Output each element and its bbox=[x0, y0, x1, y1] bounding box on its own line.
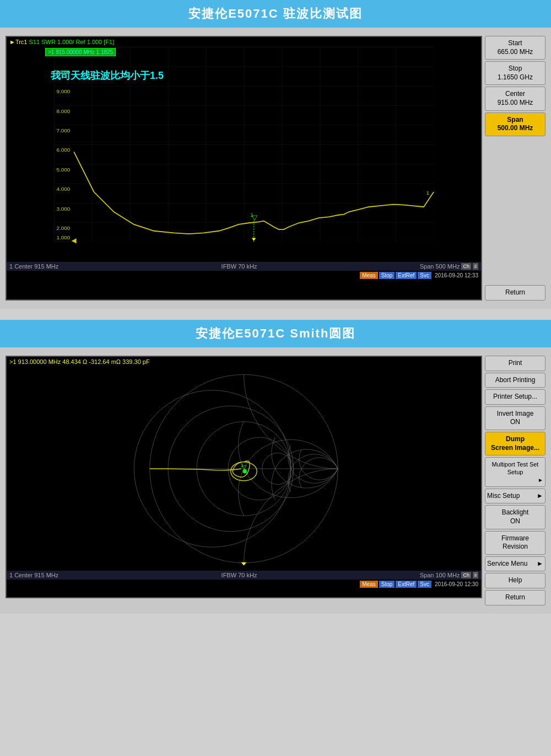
btn-service-label: Service Menu bbox=[487, 560, 527, 569]
chart1-header: ►Trc1 S11 SWR 1.000/ Ref 1.000 [F1] bbox=[7, 37, 481, 47]
btn-stop-value: 1.1650 GHz bbox=[487, 73, 543, 82]
svg-text:2.000: 2.000 bbox=[56, 225, 70, 231]
footer2-center: IFBW 70 kHz bbox=[222, 572, 257, 578]
btn-print[interactable]: Print bbox=[485, 356, 545, 371]
ii-badge2: ii bbox=[473, 572, 478, 578]
arrow-misc: ► bbox=[537, 492, 543, 501]
btn-printer-setup[interactable]: Printer Setup... bbox=[485, 389, 545, 405]
sidebar1: Start 665.00 MHz Stop 1.1650 GHz Center … bbox=[485, 36, 545, 301]
btn-start-label: Start bbox=[487, 39, 543, 48]
status-svc1: Svc bbox=[418, 272, 431, 279]
status-extref1: ExtRef bbox=[396, 272, 417, 279]
btn-multiport-sub: Setup bbox=[487, 468, 543, 476]
status-meas2: Meas bbox=[360, 581, 377, 588]
btn-return2[interactable]: Return bbox=[485, 590, 545, 605]
btn-dump-value: Screen Image... bbox=[487, 444, 543, 453]
btn-multiport-label: Multiport Test Set bbox=[487, 460, 543, 468]
ii-badge: ii bbox=[473, 263, 478, 270]
btn-center-label: Center bbox=[487, 90, 543, 99]
footer2-left: 1 Center 915 MHz bbox=[9, 572, 58, 578]
btn-firmware[interactable]: Firmware Revision bbox=[485, 531, 545, 555]
smith-svg-container: ▽ 1 bbox=[7, 367, 481, 571]
btn-abort-label: Abort Printing bbox=[487, 376, 543, 385]
status-bar1: Meas Stop ExtRef Svc 2016-09-20 12:33 bbox=[7, 271, 481, 280]
btn-dump-label: Dump bbox=[487, 435, 543, 444]
trc-label: ►Trc1 bbox=[9, 39, 27, 45]
annotation-text: 我司天线驻波比均小于1.5 bbox=[51, 69, 164, 82]
svg-text:7.000: 7.000 bbox=[56, 127, 70, 133]
title-smith: 安捷伦E5071C Smith圆图 bbox=[0, 320, 551, 347]
panel2: >1 913.00000 MHz 48.434 Ω -312.64 mΩ 339… bbox=[0, 347, 551, 614]
btn-return2-label: Return bbox=[487, 593, 543, 602]
svg-marker-30 bbox=[241, 562, 246, 566]
marker-label: >1 915.00000 MHz 1.1825 bbox=[45, 48, 116, 56]
status-stop1: Stop bbox=[379, 272, 395, 279]
svg-text:8.000: 8.000 bbox=[56, 108, 70, 114]
svg-text:1: 1 bbox=[426, 190, 430, 196]
time2: 2016-09-20 12:30 bbox=[435, 581, 478, 587]
btn-print-label: Print bbox=[487, 359, 543, 368]
arrow-service: ► bbox=[537, 560, 543, 569]
status-stop2: Stop bbox=[379, 581, 395, 588]
chart2-header: >1 913.00000 MHz 48.434 Ω -312.64 mΩ 339… bbox=[7, 357, 481, 367]
btn-firmware-label: Firmware bbox=[487, 534, 543, 543]
btn-backlight[interactable]: Backlight ON bbox=[485, 505, 545, 529]
btn-misc-label: Misc Setup bbox=[487, 492, 520, 501]
btn-stop[interactable]: Stop 1.1650 GHz bbox=[485, 61, 545, 85]
panel1: ►Trc1 S11 SWR 1.000/ Ref 1.000 [F1] >1 9… bbox=[0, 28, 551, 309]
svg-text:5.000: 5.000 bbox=[56, 167, 70, 173]
footer-right: Span 500 MHz bbox=[420, 263, 460, 270]
btn-multiport[interactable]: Multiport Test Set Setup ► bbox=[485, 457, 545, 487]
chart2-footer: 1 Center 915 MHz IFBW 70 kHz Span 100 MH… bbox=[7, 571, 481, 580]
arrow-multiport: ► bbox=[538, 476, 543, 484]
btn-start[interactable]: Start 665.00 MHz bbox=[485, 36, 545, 60]
svg-text:1: 1 bbox=[241, 462, 244, 468]
btn-help-label: Help bbox=[487, 576, 543, 585]
btn-service-menu[interactable]: Service Menu ► bbox=[485, 556, 545, 572]
svg-text:1: 1 bbox=[250, 212, 253, 218]
btn-stop-label: Stop bbox=[487, 65, 543, 73]
btn-dump-screen[interactable]: Dump Screen Image... bbox=[485, 432, 545, 455]
section2-header: 安捷伦E5071C Smith圆图 bbox=[0, 320, 551, 347]
btn-return1[interactable]: Return bbox=[485, 285, 545, 301]
btn-span[interactable]: Span 500.00 MHz bbox=[485, 112, 545, 136]
btn-span-value: 500.00 MHz bbox=[487, 124, 543, 133]
btn-misc-inner: Misc Setup ► bbox=[487, 492, 543, 501]
footer-left: 1 Center 915 MHz bbox=[9, 263, 58, 270]
smith-marker-label: >1 913.00000 MHz 48.434 Ω -312.64 mΩ 339… bbox=[9, 358, 150, 365]
smith-chart-area: >1 913.00000 MHz 48.434 Ω -312.64 mΩ 339… bbox=[6, 356, 482, 598]
chart1-footer: 1 Center 915 MHz IFBW 70 kHz Span 500 MH… bbox=[7, 262, 481, 271]
swr-chart-area: ►Trc1 S11 SWR 1.000/ Ref 1.000 [F1] >1 9… bbox=[6, 36, 482, 301]
btn-abort-printing[interactable]: Abort Printing bbox=[485, 373, 545, 388]
btn-service-inner: Service Menu ► bbox=[487, 560, 543, 569]
btn-backlight-value: ON bbox=[487, 517, 543, 526]
btn-invert-image[interactable]: Invert Image ON bbox=[485, 406, 545, 430]
btn-printer-setup-label: Printer Setup... bbox=[487, 393, 543, 401]
status-bar2: Meas Stop ExtRef Svc 2016-09-20 12:30 bbox=[7, 580, 481, 589]
btn-backlight-label: Backlight bbox=[487, 508, 543, 517]
status-svc2: Svc bbox=[418, 581, 431, 588]
ch-badge2: Ch bbox=[461, 572, 471, 578]
btn-center-value: 915.00 MHz bbox=[487, 99, 543, 108]
ch-badge: Ch bbox=[461, 263, 471, 270]
svg-text:9.000: 9.000 bbox=[56, 88, 70, 94]
btn-span-label: Span bbox=[487, 116, 543, 125]
footer-center: IFBW 70 kHz bbox=[222, 263, 257, 270]
chart1-info: S11 SWR 1.000/ Ref 1.000 [F1] bbox=[29, 39, 115, 45]
status-meas1: Meas bbox=[360, 272, 377, 279]
section1-header: 安捷伦E5071C 驻波比测试图 bbox=[0, 0, 551, 28]
btn-firmware-value: Revision bbox=[487, 543, 543, 551]
svg-text:4.000: 4.000 bbox=[56, 186, 70, 192]
sidebar2: Print Abort Printing Printer Setup... In… bbox=[485, 356, 545, 605]
btn-return1-label: Return bbox=[487, 288, 543, 297]
time1: 2016-09-20 12:33 bbox=[435, 272, 478, 278]
footer2-right: Span 100 MHz bbox=[420, 572, 460, 578]
section-gap bbox=[0, 309, 551, 320]
btn-help[interactable]: Help bbox=[485, 573, 545, 588]
btn-misc-setup[interactable]: Misc Setup ► bbox=[485, 489, 545, 504]
btn-center[interactable]: Center 915.00 MHz bbox=[485, 87, 545, 110]
btn-invert-label: Invert Image bbox=[487, 410, 543, 419]
svg-text:3.000: 3.000 bbox=[56, 206, 70, 212]
svg-text:6.000: 6.000 bbox=[56, 147, 70, 153]
status-extref2: ExtRef bbox=[396, 581, 417, 588]
